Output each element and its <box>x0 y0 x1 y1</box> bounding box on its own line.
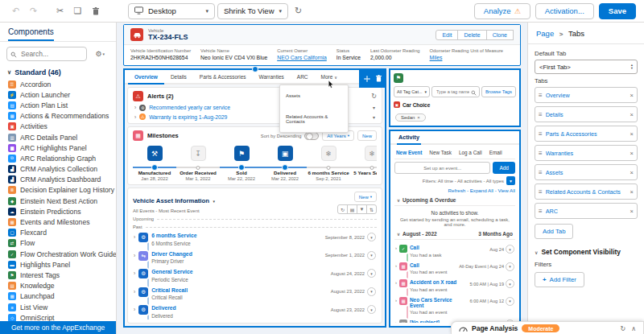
field-value[interactable]: 2HKRA2H50NH628654 <box>130 55 191 60</box>
component-list-item[interactable]: ▤ Knowledge <box>0 281 116 291</box>
field-value[interactable]: In Service <box>336 55 361 60</box>
tab-card-label[interactable]: Related Accounts & Contacts <box>546 188 627 196</box>
breadcrumb-page-link[interactable]: Page <box>536 29 554 38</box>
device-select[interactable]: Desktop ▾ <box>128 3 215 19</box>
component-list-item[interactable]: ▢ Flexcard <box>0 228 116 238</box>
event-title-link[interactable]: 6 months Service <box>151 233 196 238</box>
activity-component[interactable]: Activity New Event New Task Log a Call E… <box>389 130 521 328</box>
tab-card-label[interactable]: Parts & Accessories <box>546 130 627 138</box>
composer-tab[interactable]: Log a Call <box>459 150 482 155</box>
asset-event-row[interactable]: › ⚙ Delivered Delivered August 23, 2022 … <box>133 303 377 320</box>
field-value[interactable]: 2,000.00 <box>370 55 420 60</box>
close-icon[interactable]: × <box>630 130 634 138</box>
asset-event-row[interactable]: › ⚙ General Service Periodic Service Aug… <box>133 266 377 285</box>
activity-row[interactable]: › ▦ Neo Cars Service Event You had an ev… <box>394 295 515 318</box>
component-list-item[interactable]: ⚡ Action Launcher <box>0 89 116 100</box>
milestone[interactable]: ⚒ Manufactured Jan 28, 2022 <box>133 146 176 181</box>
new-event-button[interactable]: New ▾ <box>354 192 377 202</box>
activity-row[interactable]: › ✓ Call You had a task Aug 24 ▾ <box>394 242 515 260</box>
refresh-icon[interactable]: ↻ <box>620 325 625 332</box>
drag-handle-icon[interactable]: ≡ <box>539 150 543 157</box>
event-title-link[interactable]: Delivered <box>151 305 176 311</box>
more-menu-item[interactable]: Related Accounts & Contacts <box>280 106 348 132</box>
undo-icon[interactable]: ↶ <box>8 3 23 19</box>
alert-link[interactable]: Recommended yearly car service <box>149 105 230 110</box>
activation-button[interactable]: Activation... <box>535 3 594 19</box>
activity-title-link[interactable]: Call <box>410 262 448 268</box>
add-filter-button[interactable]: + Add Filter <box>535 272 584 287</box>
drag-handle-icon[interactable]: ≡ <box>539 188 543 196</box>
record-action-button[interactable]: Delete <box>457 30 486 40</box>
page-analysis-bar[interactable]: Page Analysis Moderate ↻ ∧ <box>451 321 644 334</box>
search-input[interactable] <box>19 49 83 59</box>
record-action-button[interactable]: Clone <box>486 30 514 40</box>
close-icon[interactable]: × <box>630 188 634 196</box>
milestone[interactable]: ❄ 5 Years Service <box>350 146 377 181</box>
filter-icon[interactable]: ▼ <box>506 176 515 185</box>
default-tab-select[interactable]: <First Tab> ▴▾ <box>535 60 638 74</box>
activity-title-link[interactable]: Accident on X road <box>410 279 456 285</box>
alert-link[interactable]: Warranty is expiring 1-Aug-2029 <box>149 114 227 120</box>
upcoming-overdue-header[interactable]: ∨ Upcoming & Overdue <box>394 196 515 206</box>
tab-card[interactable]: ≡ ARC × <box>535 203 638 219</box>
tab-card[interactable]: ≡ Assets × <box>535 164 638 180</box>
drag-handle-icon[interactable]: ≡ <box>539 169 543 176</box>
activity-row[interactable]: › ▦ Accident on X road You had an event … <box>394 277 515 295</box>
event-title-link[interactable]: Driver Changed <box>151 251 192 257</box>
tag-search-input[interactable] <box>435 89 471 95</box>
close-icon[interactable]: × <box>630 111 634 118</box>
browse-tags-button[interactable]: Browse Tags <box>481 86 516 97</box>
event-menu-button[interactable]: ▾ <box>367 305 376 314</box>
component-visibility-header[interactable]: ∨ Set Component Visibility <box>535 248 638 256</box>
composer-tab[interactable]: Email <box>489 150 502 155</box>
component-list-item[interactable]: ▦ Events and Milestones <box>0 216 116 227</box>
save-button[interactable]: Save <box>599 3 636 19</box>
tab-activity[interactable]: Activity <box>397 134 421 145</box>
standard-section-header[interactable]: ∨ Standard (46) <box>0 65 116 78</box>
component-list-item[interactable]: ▬ Highlights Panel <box>0 259 116 270</box>
tab-card-label[interactable]: Details <box>546 111 627 118</box>
event-menu-button[interactable]: ▾ <box>367 251 376 260</box>
tab-card-label[interactable]: Overview <box>546 92 627 99</box>
tab-card-label[interactable]: ARC <box>546 208 627 215</box>
component-list-item[interactable]: ⇄ Flow <box>0 238 116 249</box>
asset-info-title[interactable]: Vehicle Asset Information <box>133 197 209 204</box>
close-icon[interactable]: × <box>630 150 634 157</box>
component-list-item[interactable]: ▦ Launchpad <box>0 291 116 302</box>
gear-icon[interactable]: ⚙ ▾ <box>90 49 109 59</box>
drag-handle-icon[interactable]: ≡ <box>539 111 543 118</box>
event-title-link[interactable]: General Service <box>151 269 192 274</box>
component-list-item[interactable]: ≣ Decision Explainer Log History <box>0 185 116 196</box>
delete-icon[interactable] <box>88 3 103 19</box>
component-list-item[interactable]: ▦ Actions & Recommendations <box>0 111 116 122</box>
record-tab[interactable]: Overview <box>128 74 164 85</box>
sort-icon[interactable]: ⇅ <box>366 204 377 214</box>
composer-tab[interactable]: New Task <box>429 150 452 155</box>
interest-tags-component[interactable]: ⚑ All Tag Cat... ▾ Browse Tags <box>389 68 521 127</box>
asset-event-row[interactable]: › ⚙ Critical Recall Critical Recall Augu… <box>133 285 377 303</box>
activity-menu-button[interactable]: ▾ <box>506 279 514 288</box>
record-action-button[interactable]: Edit <box>436 30 458 40</box>
canvas-refresh-icon[interactable]: ↻ <box>291 3 306 19</box>
record-tab[interactable]: Warranties <box>253 74 291 83</box>
milestone[interactable]: ↧ Order Received Mar 1, 2022 <box>176 146 220 181</box>
tab-card[interactable]: ≡ Details × <box>535 106 638 122</box>
field-value[interactable]: Miles <box>430 55 504 60</box>
field-value[interactable]: Neo Ionic EV CD4 VXi Blue <box>200 55 267 60</box>
activity-title-link[interactable]: Call <box>410 245 441 250</box>
event-title-link[interactable]: Critical Recall <box>151 287 188 293</box>
tab-card-label[interactable]: Warranties <box>546 150 627 157</box>
event-menu-button[interactable]: ▾ <box>367 269 376 278</box>
chevron-down-icon[interactable]: ▾ <box>373 105 375 110</box>
trash-icon[interactable] <box>376 71 382 85</box>
tab-card[interactable]: ≡ Parts & Accessories × <box>535 126 638 142</box>
new-milestone-button[interactable]: New <box>357 130 377 141</box>
milestone[interactable]: ⚑ Sold Mar 22, 2022 <box>220 146 263 181</box>
tab-components[interactable]: Components <box>0 23 116 42</box>
activity-row[interactable]: › ▦ Call You had an event All-Day Event … <box>394 260 515 278</box>
activity-menu-button[interactable]: ▾ <box>506 245 514 254</box>
move-icon[interactable] <box>364 71 370 85</box>
more-menu-item[interactable]: Assets <box>280 85 348 106</box>
activity-menu-button[interactable]: ▾ <box>506 297 514 306</box>
event-menu-button[interactable]: ▾ <box>367 287 376 296</box>
